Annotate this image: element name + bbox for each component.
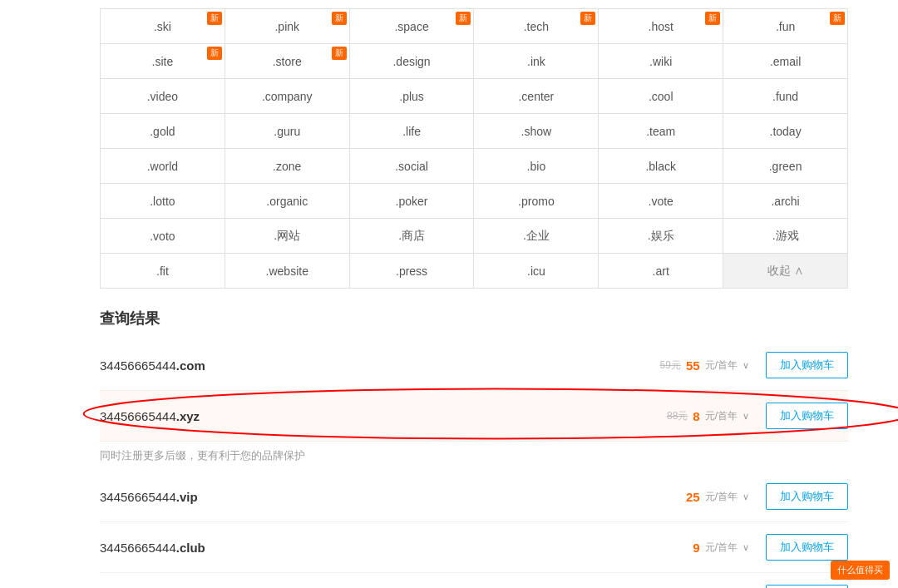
domain-cell: .show — [474, 114, 599, 149]
domain-cell: .center — [474, 79, 599, 114]
domain-cell: .zone — [224, 149, 349, 184]
domain-cell: .website — [224, 254, 349, 289]
domain-cell: .gold — [101, 114, 225, 149]
result-row: 34456665444.net68元53元/首年∨加入购物车 — [100, 573, 848, 588]
domain-cell: .space新 — [349, 9, 474, 44]
result-row: 34456665444.vip25元/首年∨加入购物车 — [100, 472, 848, 522]
domain-name: 34456665444.vip — [100, 490, 686, 504]
price-area: 59元55元/首年∨ — [660, 358, 749, 373]
domain-cell: .pink新 — [224, 9, 349, 44]
domain-cell: .world — [101, 149, 225, 184]
add-to-cart-button[interactable]: 加入购物车 — [766, 534, 848, 561]
chevron-down-icon[interactable]: ∨ — [743, 492, 749, 502]
domain-cell: .green — [723, 149, 848, 184]
add-to-cart-button[interactable]: 加入购物车 — [766, 352, 848, 378]
domain-name: 34456665444.xyz — [100, 409, 667, 423]
domain-cell: .social — [349, 149, 474, 184]
domain-cell: .archi — [723, 184, 848, 219]
domain-cell: .press — [349, 254, 474, 289]
domain-cell: .icu — [474, 254, 599, 289]
price-area: 88元8元/首年∨ — [667, 409, 749, 423]
new-badge: 新 — [207, 12, 222, 25]
new-badge: 新 — [332, 12, 347, 25]
domain-cell: .bio — [474, 149, 599, 184]
domain-cell: .lotto — [101, 184, 225, 219]
domain-cell: .tech新 — [474, 9, 599, 44]
chevron-down-icon[interactable]: ∨ — [743, 360, 749, 371]
domain-cell: .video — [101, 79, 225, 114]
domain-cell: .life — [349, 114, 474, 149]
price-unit: 元/首年 — [705, 409, 738, 423]
domain-grid: .ski新.pink新.space新.tech新.host新.fun新.site… — [100, 8, 848, 289]
add-to-cart-button[interactable]: 加入购物车 — [766, 585, 848, 588]
domain-cell: .organic — [224, 184, 349, 219]
price-area: 25元/首年∨ — [686, 490, 749, 504]
domain-cell: .fit — [101, 254, 225, 289]
price-sale: 8 — [693, 409, 699, 423]
domain-cell: .store新 — [224, 44, 349, 79]
result-list: 34456665444.com59元55元/首年∨加入购物车3445666544… — [100, 340, 848, 588]
domain-name: 34456665444.club — [100, 541, 693, 555]
new-badge: 新 — [830, 12, 845, 25]
new-badge: 新 — [332, 47, 347, 60]
add-to-cart-button[interactable]: 加入购物车 — [766, 483, 848, 510]
domain-cell: .black — [599, 149, 723, 184]
price-unit: 元/首年 — [705, 490, 738, 504]
domain-cell: .游戏 — [723, 219, 848, 254]
price-original: 88元 — [667, 409, 688, 423]
collapse-button[interactable]: 收起 ∧ — [723, 254, 848, 289]
domain-name: 34456665444.com — [100, 358, 660, 373]
domain-cell: .host新 — [599, 9, 723, 44]
price-unit: 元/首年 — [705, 541, 738, 555]
domain-cell: .site新 — [101, 44, 225, 79]
price-unit: 元/首年 — [705, 358, 738, 373]
domain-cell: .商店 — [349, 219, 474, 254]
brand-protection-tip: 同时注册更多后缀，更有利于您的品牌保护 — [100, 442, 848, 472]
chevron-down-icon[interactable]: ∨ — [743, 542, 749, 553]
domain-cell: .fun新 — [723, 9, 848, 44]
domain-cell: .voto — [101, 219, 225, 254]
result-row: 34456665444.xyz88元8元/首年∨加入购物车 — [100, 391, 848, 442]
domain-cell: .娱乐 — [599, 219, 723, 254]
result-row: 34456665444.club9元/首年∨加入购物车 — [100, 522, 848, 573]
domain-cell: .email — [723, 44, 848, 79]
add-to-cart-button[interactable]: 加入购物车 — [766, 403, 848, 429]
domain-cell: .网站 — [224, 219, 349, 254]
domain-cell: .art — [599, 254, 723, 289]
page-wrapper: .ski新.pink新.space新.tech新.host新.fun新.site… — [0, 0, 898, 588]
domain-cell: .fund — [723, 79, 848, 114]
price-original: 59元 — [660, 358, 681, 373]
domain-cell: .today — [723, 114, 848, 149]
domain-cell: .poker — [349, 184, 474, 219]
section-title: 查询结果 — [100, 309, 848, 329]
domain-cell: .ski新 — [101, 9, 225, 44]
price-sale: 9 — [693, 541, 699, 555]
price-area: 9元/首年∨ — [693, 541, 749, 555]
price-sale: 25 — [686, 490, 700, 504]
domain-cell: .ink — [474, 44, 599, 79]
domain-cell: .cool — [599, 79, 723, 114]
new-badge: 新 — [705, 12, 720, 25]
domain-cell: .design — [349, 44, 474, 79]
domain-cell: .promo — [474, 184, 599, 219]
domain-cell: .vote — [599, 184, 723, 219]
new-badge: 新 — [207, 47, 222, 60]
chevron-down-icon[interactable]: ∨ — [743, 411, 749, 422]
new-badge: 新 — [580, 12, 595, 25]
domain-cell: .guru — [224, 114, 349, 149]
domain-cell: .team — [599, 114, 723, 149]
price-sale: 55 — [686, 358, 700, 373]
watermark: 什么值得买 — [831, 561, 890, 580]
domain-cell: .company — [224, 79, 349, 114]
result-row: 34456665444.com59元55元/首年∨加入购物车 — [100, 340, 848, 391]
new-badge: 新 — [456, 12, 471, 25]
domain-cell: .plus — [349, 79, 474, 114]
domain-cell: .企业 — [474, 219, 599, 254]
domain-cell: .wiki — [599, 44, 723, 79]
